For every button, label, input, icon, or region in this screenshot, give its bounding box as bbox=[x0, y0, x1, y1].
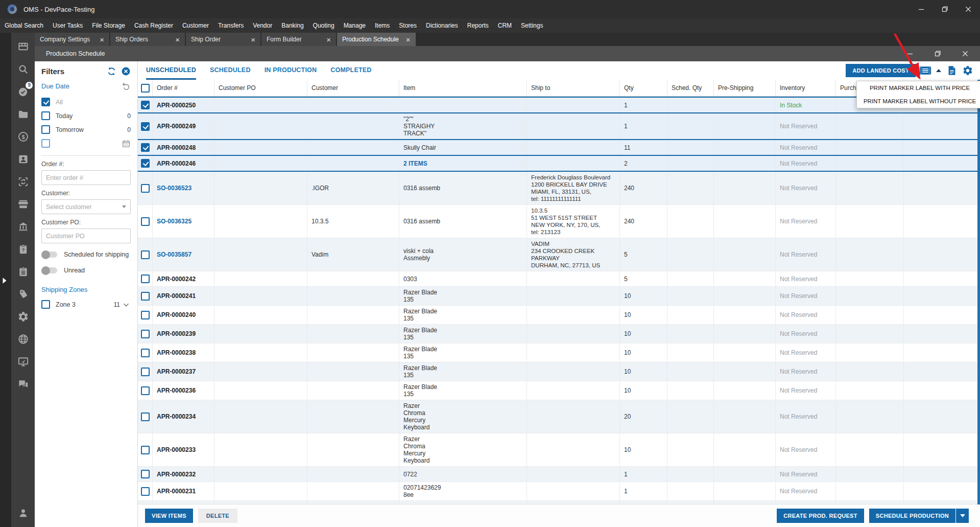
row-checkbox[interactable] bbox=[141, 122, 150, 131]
order-number-input[interactable]: Enter order # bbox=[41, 170, 131, 185]
calendar-icon[interactable] bbox=[122, 139, 131, 148]
select-all-checkbox[interactable] bbox=[141, 84, 150, 93]
row-checkbox[interactable] bbox=[141, 368, 150, 376]
items-link[interactable]: 2 ITEMS bbox=[403, 160, 522, 167]
menu-stores[interactable]: Stores bbox=[394, 22, 421, 29]
menu-transfers[interactable]: Transfers bbox=[213, 22, 248, 29]
document-tab-ship-orders[interactable]: Ship Orders× bbox=[110, 33, 185, 46]
reset-due-date-icon[interactable] bbox=[121, 81, 131, 91]
menu-item-print-marker-label-with-price[interactable]: PRINT MARKER LABEL WITH PRICE bbox=[857, 81, 980, 95]
order-number-cell[interactable]: SO-0035857 bbox=[153, 238, 214, 271]
table-row[interactable]: APR-000023207221Not Reserved bbox=[138, 466, 980, 482]
sidebar-tags-icon[interactable] bbox=[12, 283, 34, 305]
column-header-sched-qty[interactable]: Sched. Qty bbox=[667, 80, 714, 96]
sidebar-files-icon[interactable] bbox=[12, 103, 34, 125]
row-select-cell[interactable] bbox=[138, 113, 153, 139]
row-select-cell[interactable] bbox=[138, 400, 153, 433]
row-select-cell[interactable] bbox=[138, 271, 153, 286]
menu-customer[interactable]: Customer bbox=[178, 22, 213, 29]
sidebar-user-icon[interactable] bbox=[12, 501, 34, 524]
row-checkbox[interactable] bbox=[141, 330, 150, 338]
table-row[interactable]: APR-0000238Razer Blade13510Not Reserved bbox=[138, 343, 980, 362]
row-select-cell[interactable] bbox=[138, 98, 153, 112]
row-checkbox[interactable] bbox=[141, 217, 150, 226]
row-select-cell[interactable] bbox=[138, 238, 153, 271]
print-marker-label-icon[interactable] bbox=[919, 65, 931, 76]
row-checkbox[interactable] bbox=[141, 470, 150, 478]
row-select-cell[interactable] bbox=[138, 172, 153, 204]
menu-reports[interactable]: Reports bbox=[463, 22, 493, 29]
menu-global-search[interactable]: Global Search bbox=[0, 22, 48, 29]
table-row[interactable]: APR-0000240Razer Blade13510Not Reserved bbox=[138, 305, 980, 324]
row-checkbox[interactable] bbox=[141, 386, 150, 395]
vertical-scrollbar[interactable] bbox=[977, 80, 980, 505]
row-checkbox[interactable] bbox=[141, 413, 150, 421]
minimize-button[interactable] bbox=[910, 0, 933, 18]
menu-manage[interactable]: Manage bbox=[339, 22, 370, 29]
clear-filters-icon[interactable] bbox=[121, 66, 131, 76]
table-row[interactable]: APR-0000236Razer Blade13510Not Reserved bbox=[138, 381, 980, 400]
row-checkbox[interactable] bbox=[141, 101, 150, 109]
row-checkbox[interactable] bbox=[141, 446, 150, 454]
table-row[interactable]: APR-0000234RazerChromaMercuryKeyboard20N… bbox=[138, 400, 980, 433]
table-row[interactable]: APR-00002462 ITEMS2Not Reserved bbox=[138, 155, 980, 171]
maximize-button[interactable] bbox=[933, 0, 957, 18]
menu-dictionaries[interactable]: Dictionaries bbox=[421, 22, 463, 29]
sidebar-globe-icon[interactable] bbox=[12, 328, 34, 350]
table-row[interactable]: APR-0000237Razer Blade13510Not Reserved bbox=[138, 362, 980, 381]
order-number-cell[interactable]: SO-0036523 bbox=[153, 172, 214, 204]
checkbox[interactable] bbox=[41, 139, 50, 148]
table-row[interactable]: APR-0000239Razer Blade13510Not Reserved bbox=[138, 324, 980, 343]
filter-option-all[interactable]: All bbox=[41, 95, 131, 109]
table-row[interactable]: APR-0000231020714236298ee1Not Reserved bbox=[138, 482, 980, 500]
row-checkbox[interactable] bbox=[141, 311, 150, 319]
menu-item-print-marker-label-without-price[interactable]: PRINT MARKER LABEL WITHOUT PRICE bbox=[857, 95, 980, 108]
close-tab-icon[interactable]: × bbox=[406, 36, 411, 43]
row-checkbox[interactable] bbox=[141, 184, 150, 193]
close-button[interactable] bbox=[957, 0, 980, 18]
schedule-production-button[interactable]: SCHEDULE PRODUCTION bbox=[869, 509, 955, 523]
customer-po-input[interactable]: Customer PO bbox=[41, 228, 131, 243]
column-header-ship-to[interactable]: Ship to bbox=[527, 80, 620, 96]
table-row[interactable]: SO-0036523.IGOR0316 assembFrederick Doug… bbox=[138, 171, 980, 204]
sidebar-remote-desktop-icon[interactable] bbox=[12, 350, 34, 373]
document-tab-form-builder[interactable]: Form Builder× bbox=[261, 33, 336, 46]
row-checkbox[interactable] bbox=[141, 349, 150, 357]
view-tab-scheduled[interactable]: SCHEDULED bbox=[210, 61, 251, 80]
column-header-qty[interactable]: Qty bbox=[620, 80, 667, 96]
subwindow-minimize-button[interactable] bbox=[905, 46, 915, 61]
menu-user-tasks[interactable]: User Tasks bbox=[48, 22, 87, 29]
table-settings-gear-icon[interactable] bbox=[962, 65, 974, 76]
row-select-cell[interactable] bbox=[138, 467, 153, 482]
table-row[interactable]: SO-003632510.3.50316 assemb10.3.551 WEST… bbox=[138, 204, 980, 238]
filter-option-tomorrow[interactable]: Tomorrow0 bbox=[41, 123, 131, 136]
column-header-customer[interactable]: Customer bbox=[307, 80, 399, 96]
view-items-button[interactable]: VIEW ITEMS bbox=[145, 509, 193, 523]
row-checkbox[interactable] bbox=[141, 292, 150, 301]
table-row[interactable]: APR-000024203035Not Reserved bbox=[138, 271, 980, 286]
column-header-pre-shipping[interactable]: Pre-Shipping bbox=[714, 80, 776, 96]
row-checkbox[interactable] bbox=[141, 487, 150, 496]
row-select-cell[interactable] bbox=[138, 433, 153, 466]
table-row[interactable]: APR-0000233RazerChromaMercuryKeyboard10N… bbox=[138, 433, 980, 466]
toggle-scheduled-for-shipping[interactable]: Scheduled for shipping bbox=[41, 247, 131, 262]
refresh-filters-icon[interactable] bbox=[107, 66, 116, 76]
row-select-cell[interactable] bbox=[138, 343, 153, 362]
delete-button[interactable]: DELETE bbox=[198, 509, 237, 523]
toggle-switch[interactable] bbox=[42, 251, 57, 258]
sidebar-settings-icon[interactable] bbox=[12, 305, 34, 328]
sidebar-search-icon[interactable] bbox=[12, 58, 34, 80]
menu-quoting[interactable]: Quoting bbox=[308, 22, 339, 29]
document-tab-production-schedule[interactable]: Production Schedule× bbox=[337, 33, 416, 46]
row-select-cell[interactable] bbox=[138, 306, 153, 324]
checkbox[interactable] bbox=[41, 125, 50, 134]
column-header-customer-po[interactable]: Customer PO bbox=[214, 80, 307, 96]
view-tab-unscheduled[interactable]: UNSCHEDULED bbox=[146, 61, 196, 80]
column-header-order[interactable]: Order # bbox=[153, 80, 214, 96]
view-tab-in-production[interactable]: IN PRODUCTION bbox=[265, 61, 317, 80]
filter-option-today[interactable]: Today0 bbox=[41, 109, 131, 123]
table-row[interactable]: APR-00002501In Stock bbox=[138, 97, 980, 112]
table-row[interactable]: APR-0000248Skully Chair11Not Reserved bbox=[138, 139, 980, 155]
menu-cash-register[interactable]: Cash Register bbox=[130, 22, 178, 29]
close-tab-icon[interactable]: × bbox=[326, 36, 331, 43]
